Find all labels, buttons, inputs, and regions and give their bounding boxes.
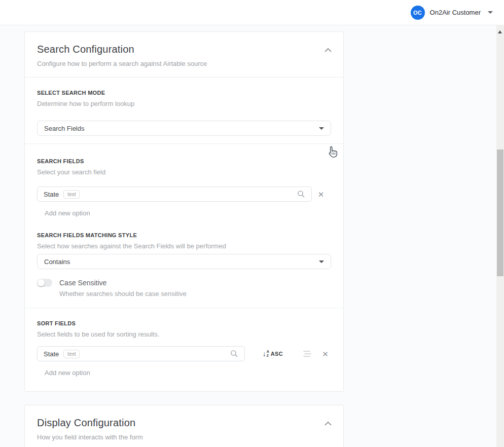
field-name: State: [44, 191, 59, 198]
page-title: Search Configuration: [37, 44, 331, 55]
matching-style-description: Select how searches against the Search F…: [37, 242, 331, 250]
case-sensitive-label: Case Sensitive: [59, 279, 106, 287]
collapse-card-button[interactable]: [322, 418, 334, 430]
matching-style-value: Contains: [44, 258, 319, 266]
matching-style-select[interactable]: Contains: [37, 254, 331, 269]
search-mode-section: SELECT SEARCH MODE Determine how to perf…: [25, 78, 343, 143]
matching-style-block: SEARCH FIELDS MATCHING STYLE Select how …: [37, 232, 331, 297]
case-sensitive-toggle[interactable]: [37, 279, 52, 287]
field-name: State: [44, 350, 59, 358]
search-mode-description: Determine how to perform lookup: [37, 100, 331, 107]
display-card-title: Display Configuration: [37, 417, 331, 429]
scroll-up-arrow-icon[interactable]: [498, 30, 502, 33]
case-sensitive-description: Whether searches should be case sensitiv…: [59, 290, 331, 297]
top-header: OC On2Air Customer: [0, 0, 504, 25]
chevron-up-icon: [325, 422, 332, 426]
card-subtitle: Configure how to perform a search agains…: [37, 60, 331, 67]
display-configuration-card: Display Configuration How you field inte…: [24, 405, 344, 447]
display-card-subtitle: How you field interacts with the form: [37, 433, 331, 441]
main-content: Search Configuration Configure how to pe…: [0, 25, 496, 447]
sort-field-input[interactable]: State text: [37, 346, 245, 361]
remove-sort-field-button[interactable]: ✕: [319, 346, 331, 361]
case-sensitive-row: Case Sensitive: [37, 279, 331, 287]
sort-fields-description: Select fields to be used for sorting res…: [37, 330, 331, 338]
sort-alpha-asc-icon: ↓ AZ: [263, 350, 269, 357]
close-icon: ✕: [322, 350, 329, 358]
search-card-header: Search Configuration Configure how to pe…: [25, 32, 343, 77]
add-sort-field-link[interactable]: Add new option: [45, 369, 331, 377]
sort-direction-button[interactable]: ↓ AZ ASC: [263, 350, 283, 357]
search-fields-section: SEARCH FIELDS Select your search field S…: [25, 144, 343, 308]
scrollbar-thumb[interactable]: [497, 150, 503, 276]
field-type-chip: text: [63, 350, 80, 358]
display-card-header: Display Configuration How you field inte…: [25, 405, 343, 447]
user-menu-caret-icon[interactable]: [488, 11, 493, 14]
drag-handle-icon[interactable]: [303, 351, 311, 357]
add-search-field-link[interactable]: Add new option: [45, 209, 331, 217]
sort-direction-label: ASC: [271, 351, 283, 357]
search-icon[interactable]: [297, 190, 305, 198]
search-field-row: State text ✕: [37, 187, 331, 202]
remove-search-field-button[interactable]: ✕: [312, 187, 330, 202]
search-field-input[interactable]: State text: [37, 187, 312, 202]
search-configuration-card: Search Configuration Configure how to pe…: [24, 31, 344, 392]
sort-field-row: State text ↓ AZ ASC ✕: [37, 346, 331, 361]
toggle-knob: [38, 279, 45, 286]
close-icon: ✕: [318, 191, 325, 198]
search-fields-label: SEARCH FIELDS: [37, 158, 331, 164]
collapse-card-button[interactable]: [322, 44, 334, 56]
sort-fields-section: SORT FIELDS Select fields to be used for…: [25, 308, 343, 391]
search-mode-select[interactable]: Search Fields: [37, 121, 331, 136]
search-fields-description: Select your search field: [37, 168, 331, 176]
select-caret-icon: [319, 260, 324, 263]
search-mode-label: SELECT SEARCH MODE: [37, 90, 331, 96]
search-icon[interactable]: [230, 350, 238, 358]
search-mode-value: Search Fields: [44, 125, 319, 132]
scrollbar-track[interactable]: [496, 25, 504, 447]
select-caret-icon: [319, 127, 324, 130]
avatar[interactable]: OC: [411, 6, 425, 20]
sort-fields-label: SORT FIELDS: [37, 320, 331, 326]
user-name: On2Air Customer: [430, 9, 481, 16]
field-type-chip: text: [63, 190, 80, 199]
chevron-up-icon: [325, 48, 332, 52]
matching-style-label: SEARCH FIELDS MATCHING STYLE: [37, 232, 331, 238]
